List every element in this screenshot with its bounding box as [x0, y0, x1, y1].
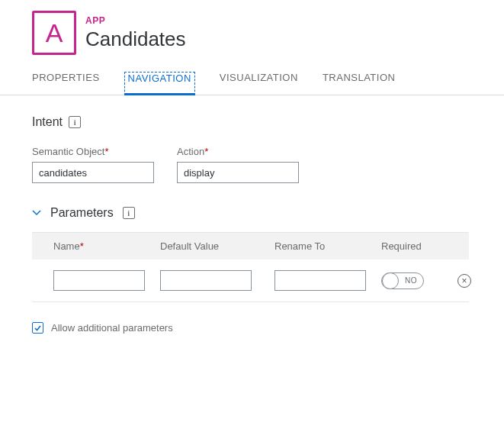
page-title: Candidates [85, 27, 186, 51]
semantic-object-label-text: Semantic Object [32, 146, 104, 157]
info-icon[interactable]: i [123, 207, 135, 219]
col-default-value: Default Value [160, 240, 274, 252]
chevron-down-icon[interactable] [32, 208, 41, 218]
toggle-label: NO [405, 276, 417, 285]
tab-properties[interactable]: PROPERTIES [32, 72, 100, 95]
semantic-object-label: Semantic Object* [32, 146, 154, 157]
tab-visualization[interactable]: VISUALIZATION [220, 72, 298, 95]
action-input[interactable] [177, 162, 299, 183]
semantic-object-input[interactable] [32, 162, 154, 183]
allow-additional-row: Allow additional parameters [32, 322, 504, 334]
param-name-input[interactable] [53, 270, 145, 291]
info-icon[interactable]: i [69, 116, 81, 128]
tab-translation[interactable]: TRANSLATION [323, 72, 396, 95]
remove-row-button[interactable]: × [457, 274, 471, 288]
parameters-section-header: Parameters i [32, 206, 504, 220]
allow-additional-checkbox[interactable] [32, 322, 43, 334]
intent-title: Intent [32, 115, 63, 129]
col-name-text: Name [53, 240, 80, 252]
allow-additional-label: Allow additional parameters [51, 322, 173, 334]
header-overline: APP [85, 15, 186, 26]
page-header: A APP Candidates [0, 11, 504, 55]
intent-section-header: Intent i [32, 115, 504, 129]
action-label-text: Action [177, 146, 204, 157]
required-marker: * [104, 146, 108, 157]
action-label: Action* [177, 146, 299, 157]
parameters-title: Parameters [50, 206, 114, 220]
param-rename-to-input[interactable] [274, 270, 366, 291]
required-marker: * [204, 146, 208, 157]
tab-bar: PROPERTIES NAVIGATION VISUALIZATION TRAN… [0, 55, 504, 95]
header-text-group: APP Candidates [85, 15, 186, 51]
col-name: Name* [53, 240, 160, 252]
app-icon: A [32, 11, 76, 55]
tab-navigation[interactable]: NAVIGATION [124, 72, 195, 95]
col-rename-to: Rename To [274, 240, 381, 252]
parameters-table-header: Name* Default Value Rename To Required [32, 232, 469, 260]
parameters-table: Name* Default Value Rename To Required N… [32, 232, 469, 302]
param-required-toggle[interactable]: NO [381, 272, 424, 289]
param-default-value-input[interactable] [160, 270, 252, 291]
toggle-knob [382, 272, 399, 289]
table-row: NO × [32, 260, 469, 302]
required-marker: * [80, 240, 84, 252]
semantic-object-field-group: Semantic Object* [32, 146, 154, 183]
col-required: Required [381, 240, 457, 252]
action-field-group: Action* [177, 146, 299, 183]
